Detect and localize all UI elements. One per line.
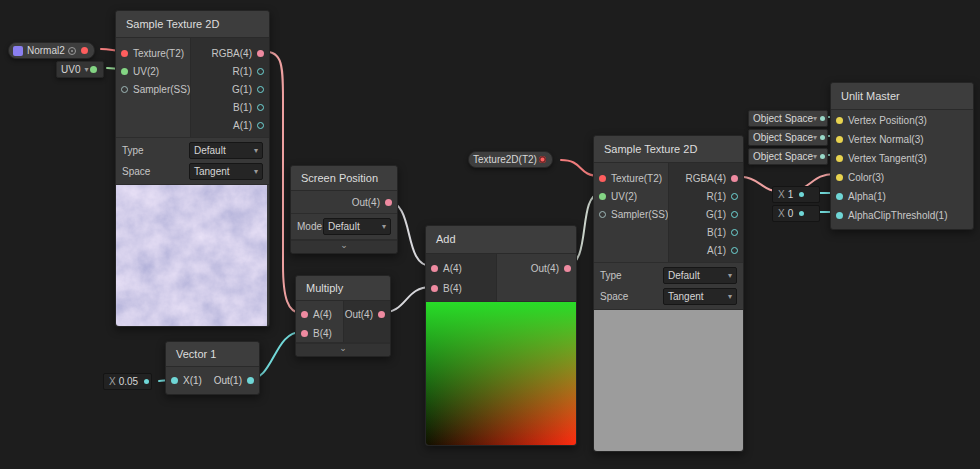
port-vertex-normal-input[interactable] [836, 136, 843, 143]
dropdown-caret-icon: ▾ [382, 219, 386, 234]
node-vector-1[interactable]: Vector 1 X(1) Out(1) [165, 341, 260, 395]
property-pill-texture2d[interactable]: Texture2D(T2) [468, 151, 553, 168]
port-out-output[interactable] [378, 311, 385, 318]
texture-swatch-icon [13, 46, 23, 56]
port-texture-input[interactable] [121, 50, 128, 57]
space-dropdown[interactable]: Tangent▾ [189, 163, 263, 180]
port-out-output[interactable] [564, 265, 571, 272]
port-b-output[interactable] [257, 104, 264, 111]
pill-port-dot [820, 116, 825, 121]
port-label: A(4) [443, 263, 462, 274]
field-label: X [778, 189, 785, 200]
field-value[interactable]: 0 [788, 208, 794, 219]
port-vertex-position-input[interactable] [836, 117, 843, 124]
port-a-input[interactable] [301, 311, 308, 318]
port-alpha-input[interactable] [836, 193, 843, 200]
port-label: Vertex Normal(3) [848, 134, 924, 145]
alphaclip-value-field[interactable]: X 0 [772, 205, 820, 222]
dropdown-caret-icon: ▾ [813, 111, 817, 126]
node-unlit-master[interactable]: Unlit Master Vertex Position(3) Vertex N… [830, 82, 974, 230]
node-screen-position[interactable]: Screen Position Out(4) Mode Default▾ ⌄ [290, 165, 398, 254]
port-out-output[interactable] [247, 377, 254, 384]
node-sample-texture-2d-1[interactable]: Sample Texture 2D Texture(T2) UV(2) Samp… [115, 10, 270, 327]
port-label: Out(4) [345, 309, 373, 320]
shader-graph-canvas[interactable]: { "blackboard": { "normal2_label": "Norm… [0, 0, 980, 469]
property-pill-normal2[interactable]: Normal2 [8, 42, 95, 59]
port-r-output[interactable] [257, 68, 264, 75]
node-title[interactable]: Multiply [296, 276, 390, 301]
port-uv-input[interactable] [599, 193, 606, 200]
port-g-output[interactable] [731, 211, 738, 218]
port-sampler-input[interactable] [121, 86, 128, 93]
node-title[interactable]: Unlit Master [831, 83, 973, 110]
field-port-dot [799, 192, 804, 197]
port-b-output[interactable] [731, 229, 738, 236]
port-b-input[interactable] [301, 330, 308, 337]
collapse-chevron-icon[interactable]: ⌄ [291, 240, 397, 253]
space-dropdown[interactable]: Tangent▾ [663, 288, 737, 305]
port-label: B(4) [443, 283, 462, 294]
port-vertex-tangent-input[interactable] [836, 155, 843, 162]
texture-preview [594, 310, 743, 451]
space-dropdown-normal[interactable]: Object Space ▾ [748, 129, 828, 146]
port-alphaclip-input[interactable] [836, 212, 843, 219]
field-value[interactable]: 0.05 [119, 376, 138, 387]
space-dropdown-label: Object Space [753, 113, 813, 124]
space-dropdown-tangent[interactable]: Object Space ▾ [748, 148, 828, 165]
port-rgba-output[interactable] [731, 175, 738, 182]
port-g-output[interactable] [257, 86, 264, 93]
prop-label: Mode [297, 221, 322, 232]
port-texture-input[interactable] [599, 175, 606, 182]
port-label: B(4) [313, 328, 332, 339]
port-texture2d-output[interactable] [539, 156, 546, 163]
port-label: R(1) [233, 66, 252, 77]
dropdown-caret-icon: ▾ [813, 130, 817, 145]
dropdown-caret-icon: ▾ [84, 62, 88, 77]
uv-channel-dropdown[interactable]: UV0 ▾ [56, 61, 104, 78]
port-label: A(4) [313, 309, 332, 320]
node-title[interactable]: Vector 1 [166, 342, 259, 367]
port-r-output[interactable] [731, 193, 738, 200]
vector1-x-field[interactable]: X 0.05 [103, 373, 152, 390]
port-color-input[interactable] [836, 174, 843, 181]
port-label: Sampler(SS) [611, 209, 668, 220]
type-dropdown[interactable]: Default▾ [663, 267, 737, 284]
port-label: R(1) [707, 191, 726, 202]
collapse-chevron-icon[interactable]: ⌄ [296, 343, 390, 356]
port-label: G(1) [706, 209, 726, 220]
add-result-preview [426, 302, 576, 445]
node-sample-texture-2d-2[interactable]: Sample Texture 2D Texture(T2) UV(2) Samp… [593, 135, 744, 452]
field-label: X [778, 208, 785, 219]
node-title[interactable]: Sample Texture 2D [116, 11, 269, 38]
port-rgba-output[interactable] [257, 50, 264, 57]
dropdown-caret-icon: ▾ [728, 268, 732, 283]
port-label: Alpha(1) [848, 191, 886, 202]
port-label: A(1) [233, 120, 252, 131]
port-label: Texture(T2) [611, 173, 662, 184]
space-dropdown-label: Object Space [753, 132, 813, 143]
port-a-output[interactable] [257, 122, 264, 129]
node-multiply[interactable]: Multiply A(4) B(4) Out(4) ⌄ [295, 275, 391, 357]
field-value[interactable]: 1 [788, 189, 794, 200]
mode-dropdown[interactable]: Default▾ [323, 218, 391, 235]
alpha-value-field[interactable]: X 1 [772, 186, 820, 203]
port-label: Vertex Tangent(3) [848, 153, 927, 164]
type-dropdown[interactable]: Default▾ [189, 142, 263, 159]
dropdown-caret-icon: ▾ [728, 289, 732, 304]
port-uv-input[interactable] [121, 68, 128, 75]
space-dropdown-position[interactable]: Object Space ▾ [748, 110, 828, 127]
node-title[interactable]: Screen Position [291, 166, 397, 191]
port-a-output[interactable] [731, 247, 738, 254]
port-b-input[interactable] [431, 285, 438, 292]
port-normal2-output[interactable] [81, 47, 88, 54]
port-label: A(1) [707, 245, 726, 256]
port-a-input[interactable] [431, 265, 438, 272]
port-sampler-input[interactable] [599, 211, 606, 218]
port-label: B(1) [707, 227, 726, 238]
node-title[interactable]: Sample Texture 2D [594, 136, 743, 163]
port-uv0-output[interactable] [90, 66, 97, 73]
node-add[interactable]: Add A(4) B(4) Out(4) [425, 225, 577, 446]
node-title[interactable]: Add [426, 226, 576, 254]
port-x-input[interactable] [171, 377, 178, 384]
port-out-output[interactable] [385, 199, 392, 206]
